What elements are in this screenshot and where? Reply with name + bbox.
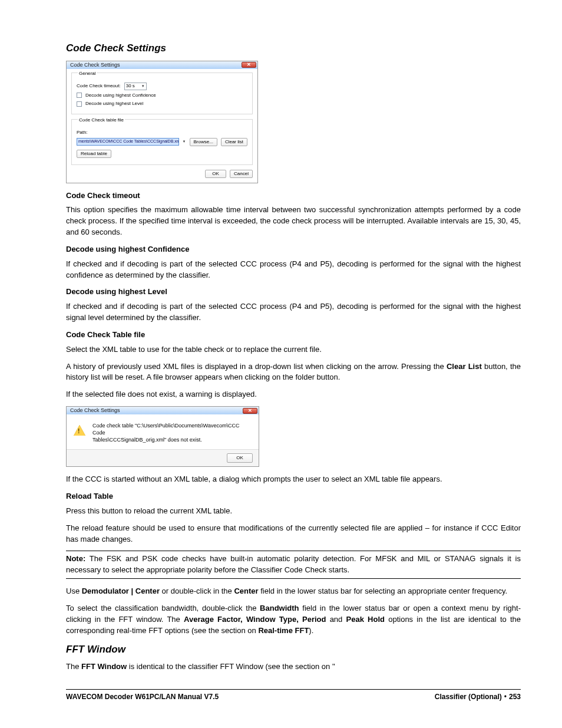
cancel-button[interactable]: Cancel xyxy=(230,170,253,178)
timeout-combo[interactable]: 30 s ▼ xyxy=(124,83,147,90)
paragraph: To select the classification bandwidth, … xyxy=(66,603,521,637)
path-label: Path: xyxy=(77,129,88,136)
dialog-titlebar: Code Check Settings ✕ xyxy=(67,407,259,414)
paragraph: Select the XML table to use for the tabl… xyxy=(66,344,521,355)
note-box: Note: The FSK and PSK code checks have b… xyxy=(66,551,521,579)
bold-run: Peak Hold xyxy=(346,615,385,624)
confidence-checkbox-label: Decode using highest Confidence xyxy=(85,92,156,99)
text-run: The xyxy=(66,662,81,671)
heading-table-file: Code Check Table file xyxy=(66,330,521,341)
bold-run: Demodulator | Center xyxy=(82,587,160,595)
paragraph: If the CCC is started without an XML tab… xyxy=(66,474,521,485)
level-checkbox-label: Decode using highest Level xyxy=(85,100,143,107)
footer-right: Classifier (Optional)•253 xyxy=(435,692,521,702)
section-title-code-check-settings: Code Check Settings xyxy=(66,41,521,56)
page-number: 253 xyxy=(509,693,521,701)
bold-run: Classifier (Optional) xyxy=(435,693,502,701)
text-run: is identical to the classifier FFT Windo… xyxy=(127,662,335,671)
browse-button[interactable]: Browse... xyxy=(190,138,217,146)
paragraph: If the selected file does not exist, a w… xyxy=(66,389,521,400)
section-title-fft-window: FFT Window xyxy=(66,643,521,657)
text-line: Code check table "C:\Users\Public\Docume… xyxy=(92,423,252,436)
bold-run: Average Factor, Window Type, Period xyxy=(184,615,326,624)
paragraph: If checked and if decoding is part of th… xyxy=(66,301,521,324)
bold-run: Note: xyxy=(66,554,85,563)
bold-run: Clear List xyxy=(447,362,482,371)
group-general-label: General xyxy=(78,70,97,77)
text-run: A history of previously used XML files i… xyxy=(66,362,447,371)
chevron-down-icon[interactable]: ▼ xyxy=(183,139,186,144)
text-run: Use xyxy=(66,587,82,595)
text-run: The FSK and PSK code checks have built-i… xyxy=(66,554,521,574)
heading-reload-table: Reload Table xyxy=(66,491,521,502)
reload-table-button[interactable]: Reload table xyxy=(77,150,111,158)
dialog-warning: Code Check Settings ✕ Code check table "… xyxy=(66,406,259,467)
text-run: field in the lower status bar for select… xyxy=(259,587,508,595)
ok-button[interactable]: OK xyxy=(205,170,226,178)
bullet-icon: • xyxy=(504,693,507,701)
ok-button[interactable]: OK xyxy=(227,453,253,463)
text-run: ). xyxy=(309,626,313,635)
confidence-checkbox[interactable] xyxy=(77,93,82,98)
path-input[interactable]: ments\WAVECOM\CCC Code Tables\CCCSignalD… xyxy=(77,138,179,146)
bold-run: Center xyxy=(234,587,258,595)
dialog-title: Code Check Settings xyxy=(70,407,243,414)
timeout-label: Code Check timeout: xyxy=(77,83,121,90)
text-run: or double-click in the xyxy=(160,587,234,595)
bold-run: Bandwidth xyxy=(260,604,299,612)
dialog-title: Code Check Settings xyxy=(70,61,242,69)
paragraph: A history of previously used XML files i… xyxy=(66,361,521,384)
bold-run: Real-time FFT xyxy=(258,626,309,635)
close-icon[interactable]: ✕ xyxy=(243,408,257,414)
warning-text: Code check table "C:\Users\Public\Docume… xyxy=(92,423,252,443)
text-run: and xyxy=(326,615,346,624)
heading-decode-confidence: Decode using highest Confidence xyxy=(66,244,521,255)
heading-decode-level: Decode using highest Level xyxy=(66,286,521,298)
dialog-code-check-settings: Code Check Settings ✕ General Code Check… xyxy=(66,61,258,183)
text-run: To select the classification bandwidth, … xyxy=(66,604,260,612)
paragraph: Use Demodulator | Center or double-click… xyxy=(66,586,521,597)
level-checkbox[interactable] xyxy=(77,101,82,107)
page-footer: WAVECOM Decoder W61PC/LAN Manual V7.5 Cl… xyxy=(66,689,521,702)
heading-code-check-timeout: Code Check timeout xyxy=(66,190,521,202)
paragraph: The FFT Window is identical to the class… xyxy=(66,661,521,673)
footer-left: WAVECOM Decoder W61PC/LAN Manual V7.5 xyxy=(66,692,219,702)
paragraph: If checked and if decoding is part of th… xyxy=(66,259,521,281)
clear-list-button[interactable]: Clear list xyxy=(221,138,247,146)
warning-icon xyxy=(74,425,85,436)
timeout-value: 30 s xyxy=(126,83,135,90)
close-icon[interactable]: ✕ xyxy=(242,62,256,68)
paragraph: This option specifies the maximum allowa… xyxy=(66,205,521,238)
text-line: Tables\CCCSignalDB_orig.xml" does not ex… xyxy=(92,437,252,444)
group-file-label: Code Check table file xyxy=(78,117,125,124)
bold-run: FFT Window xyxy=(81,662,127,671)
paragraph: Press this button to reload the current … xyxy=(66,506,521,517)
dialog-titlebar: Code Check Settings ✕ xyxy=(67,61,257,69)
paragraph: The reload feature should be used to ens… xyxy=(66,523,521,545)
chevron-down-icon: ▼ xyxy=(141,84,145,89)
